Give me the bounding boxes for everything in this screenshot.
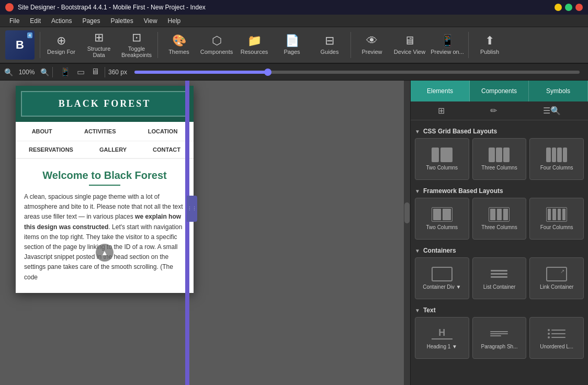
menu-bar: File Edit Actions Pages Palettes View He… [0, 15, 588, 27]
framework-chevron: ▼ [415, 188, 420, 194]
minimize-button[interactable] [555, 4, 562, 11]
design-for-label: Design For [47, 49, 75, 55]
nav-gallery[interactable]: GALLERY [95, 144, 131, 155]
col1 [548, 209, 551, 220]
three-columns-fw-card[interactable]: Three Columns [472, 198, 527, 240]
design-for-button[interactable]: ⊕ Design For [42, 28, 80, 62]
themes-button[interactable]: 🎨 Themes [160, 28, 198, 62]
unordered-list-label: Unordered L... [540, 343, 573, 350]
panel-toggle-handle[interactable]: ⋮⋮ [187, 196, 197, 222]
four-columns-fw-card[interactable]: Four Columns [529, 198, 584, 240]
pages-button[interactable]: 📄 Pages [273, 28, 311, 62]
toolbar-separator-3 [350, 32, 351, 58]
preview-on-button[interactable]: 📱 Preview on... [428, 28, 466, 62]
container-div-card[interactable]: Container Div ▼ [415, 257, 469, 299]
resources-button[interactable]: 📁 Resources [235, 28, 273, 62]
resources-icon: 📁 [247, 35, 262, 47]
menu-palettes[interactable]: Palettes [105, 15, 138, 27]
framework-items: Two Columns Three Columns [415, 198, 584, 240]
publish-button[interactable]: ⬆ Publish [471, 28, 508, 62]
canvas-area[interactable]: ⋮⋮ BLACK FOREST ABOUT ACTIVITIES LOCATIO… [0, 81, 410, 385]
three-columns-css-card[interactable]: Three Columns [472, 138, 527, 180]
preview-label: Preview [361, 49, 382, 55]
col3 [557, 148, 562, 162]
zoom-out-icon[interactable]: 🔍 [4, 68, 13, 76]
handle-dots-icon: ⋮⋮ [187, 206, 197, 211]
menu-view[interactable]: View [139, 15, 163, 27]
nav-location[interactable]: LOCATION [144, 126, 182, 137]
menu-edit[interactable]: Edit [25, 15, 46, 27]
list-container-card[interactable]: List Container [472, 257, 527, 299]
components-button[interactable]: ⬡ Components [198, 28, 235, 62]
preview-welcome: Welcome to Black Forest A clean, spaciou… [16, 159, 194, 293]
nav-about[interactable]: ABOUT [28, 126, 56, 137]
container-div-label: Container Div ▼ [423, 284, 461, 290]
structure-data-icon: ⊞ [94, 32, 104, 43]
four-columns-css-label: Four Columns [540, 164, 573, 171]
scroll-up-button[interactable]: ▲ [96, 244, 114, 262]
structure-data-button[interactable]: ⊞ Structure Data [80, 28, 118, 62]
unordered-list-card[interactable]: Unordered L... [529, 317, 584, 359]
nav-contact[interactable]: CONTACT [149, 144, 185, 155]
css-grid-items: Two Columns Three Columns [415, 138, 584, 180]
paragraph-icon [489, 326, 510, 341]
preview-logo: BLACK FOREST [21, 91, 188, 117]
guides-button[interactable]: ⊟ Guides [311, 28, 348, 62]
css-grid-chevron: ▼ [415, 129, 420, 134]
grid-icon[interactable]: ⊞ [436, 104, 447, 118]
two-columns-fw-card[interactable]: Two Columns [415, 198, 469, 240]
preview-nav-row1: ABOUT ACTIVITIES LOCATION [16, 122, 194, 141]
section-text[interactable]: ▼ Text [415, 303, 584, 317]
close-button[interactable] [575, 4, 583, 11]
tab-symbols[interactable]: Symbols [529, 81, 588, 101]
paragraph-card[interactable]: Paragraph Sh... [472, 317, 527, 359]
tab-elements[interactable]: Elements [411, 81, 470, 101]
publish-label: Publish [480, 49, 499, 55]
mobile-device-button[interactable]: 📱 [58, 66, 73, 78]
toggle-breakpoints-button[interactable]: ⊡ Toggle Breakpoints [118, 28, 155, 62]
menu-help[interactable]: Help [163, 15, 186, 27]
zoom-in-icon[interactable]: 🔍 [40, 68, 49, 76]
search-filter-icon[interactable]: ☰🔍 [541, 104, 563, 118]
tab-elements-label: Elements [427, 87, 453, 95]
panel-tab-icons: ⊞ ✏ ☰🔍 [411, 101, 588, 120]
nav-activities[interactable]: ACTIVITIES [80, 126, 120, 137]
section-css-grid[interactable]: ▼ CSS Grid Based Layouts [415, 124, 584, 138]
col3 [503, 148, 510, 162]
heading-1-card[interactable]: H Heading 1 ▼ [415, 317, 469, 359]
toolbar-separator [40, 32, 40, 58]
preview-nav-row2: RESERVATIONS GALLERY CONTACT [16, 141, 194, 159]
preview-button[interactable]: 👁 Preview [353, 28, 391, 62]
maximize-button[interactable] [565, 4, 572, 11]
menu-pages[interactable]: Pages [77, 15, 105, 27]
col2 [443, 209, 451, 220]
canvas-resize-handle[interactable] [185, 81, 189, 385]
device-buttons: 📱 ▭ 🖥 [58, 66, 101, 78]
text-label: Text [423, 307, 436, 314]
right-panel: Elements Components Symbols ⊞ ✏ ☰🔍 ▼ CSS… [410, 81, 588, 385]
container-div-icon [432, 267, 453, 281]
pencil-icon[interactable]: ✏ [488, 104, 499, 118]
tablet-device-button[interactable]: ▭ [75, 66, 87, 78]
nav-reservations[interactable]: RESERVATIONS [25, 144, 77, 155]
menu-actions[interactable]: Actions [46, 15, 77, 27]
list-container-label: List Container [483, 284, 516, 290]
section-containers[interactable]: ▼ Containers [415, 244, 584, 257]
preview-heading: Welcome to Black Forest [24, 169, 185, 186]
tab-components[interactable]: Components [470, 81, 529, 101]
four-columns-css-card[interactable]: Four Columns [529, 138, 584, 180]
themes-label: Themes [168, 49, 189, 55]
section-framework[interactable]: ▼ Framework Based Layouts [415, 184, 584, 198]
zoom-slider[interactable] [134, 71, 580, 74]
link-container-card[interactable]: Link Container [529, 257, 584, 299]
two-columns-fw-label: Two Columns [426, 224, 458, 231]
menu-file[interactable]: File [4, 15, 25, 27]
css-grid-label: CSS Grid Based Layouts [423, 128, 497, 135]
containers-chevron: ▼ [415, 248, 420, 254]
device-view-button[interactable]: 🖥 Device View [391, 28, 428, 62]
three-col-preview [489, 148, 510, 162]
desktop-device-button[interactable]: 🖥 [89, 66, 101, 78]
canvas-scrollbar[interactable] [404, 81, 410, 385]
canvas-scrollbar-thumb[interactable] [404, 202, 410, 223]
two-columns-css-card[interactable]: Two Columns [415, 138, 469, 180]
